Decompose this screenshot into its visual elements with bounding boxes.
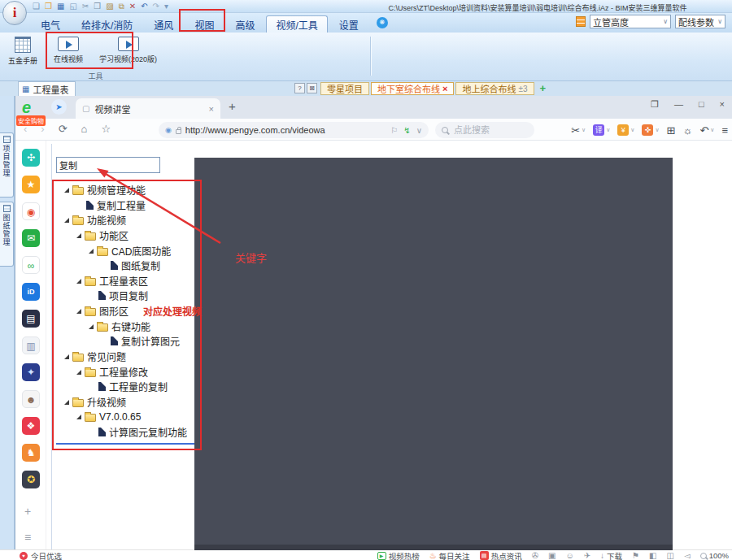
tree-item[interactable]: 图形区对应处理视频 (76, 305, 202, 317)
expand-triangle-icon[interactable] (64, 354, 69, 359)
sidebar-toggle-icon[interactable]: ◫ (667, 551, 674, 560)
browser-search-input[interactable] (452, 124, 521, 136)
dock-tab-0[interactable]: 项目管理 (0, 132, 14, 198)
expand-triangle-icon[interactable] (76, 370, 81, 375)
tree-item[interactable]: 图纸复制 (111, 259, 160, 271)
theme-icon[interactable]: ☼ (682, 124, 692, 137)
ribbon-tab-3[interactable]: 视图 (185, 15, 224, 34)
ribbon-button-0[interactable]: 五金手册 (5, 35, 41, 67)
game-app5-icon[interactable]: ✪ (22, 471, 40, 488)
new-file-icon[interactable]: ❏ (33, 2, 40, 11)
restore-page-icon[interactable]: ↶∨ (699, 124, 714, 137)
tab-close-icon[interactable]: × (209, 104, 214, 114)
tree-item[interactable]: 计算图元复制功能 (98, 426, 187, 438)
save-icon[interactable]: ▦ (57, 2, 64, 11)
speed-mode-icon[interactable]: ↯ (403, 126, 410, 135)
hot-news-item[interactable]: ▤热点资讯 (480, 550, 522, 560)
horizontal-scrollbar[interactable] (194, 545, 673, 550)
popout-icon[interactable]: ❐ (651, 99, 659, 110)
redo-icon[interactable]: ↷ (153, 2, 159, 11)
expand-triangle-icon[interactable] (64, 218, 69, 223)
expand-triangle-icon[interactable] (89, 324, 94, 329)
favorites-app-icon[interactable]: ★ (22, 176, 40, 193)
tree-item[interactable]: 工程量表区 (76, 275, 148, 287)
ribbon-tab-4[interactable]: 高级 (225, 15, 264, 34)
wiring-params-combobox[interactable]: 配线参数 ∨ (675, 15, 725, 28)
tree-item[interactable]: 右键功能 (89, 320, 150, 332)
format-brush-icon[interactable]: ⧉ (119, 2, 124, 11)
browser-tab[interactable]: ▢ 视频讲堂 × (76, 98, 220, 119)
expand-triangle-icon[interactable] (76, 279, 81, 284)
cloud-app-icon[interactable]: ∞ (22, 256, 40, 274)
home-icon[interactable]: ⌂ (81, 123, 88, 135)
expand-triangle-icon[interactable] (64, 400, 69, 405)
game-hall-icon[interactable]: ✣ (22, 149, 40, 167)
browser-search-box[interactable] (435, 122, 534, 138)
expand-triangle-icon[interactable] (76, 415, 81, 419)
ribbon-button-2[interactable]: 学习视频(2020版) (96, 35, 160, 66)
ribbon-tab-0[interactable]: 电气 (31, 15, 70, 34)
collapse-button[interactable]: ⊠ (307, 83, 317, 93)
boost-icon[interactable]: ✈ (584, 551, 590, 560)
close-icon[interactable]: × (720, 99, 725, 110)
game-center-icon[interactable]: ✜∨ (642, 124, 659, 136)
status-left-item[interactable]: ♥ 今日优选 (20, 550, 62, 560)
ribbon-tab-6[interactable]: 设置 (329, 15, 368, 34)
expand-triangle-icon[interactable] (64, 188, 69, 193)
game-app1-icon[interactable]: ✦ (22, 363, 40, 381)
daily-follow-item[interactable]: ♨每日关注 (429, 550, 470, 560)
ribbon-tab-2[interactable]: 通风 (144, 15, 183, 34)
share-icon[interactable]: ◧ (649, 551, 656, 560)
tree-item[interactable]: 工程量修改 (76, 366, 148, 378)
address-bar[interactable]: ◉ http://www.pengye.com.cn/videowa ⚐↯∨ (159, 122, 429, 138)
layers-icon[interactable] (576, 16, 586, 27)
copy-icon[interactable]: ❒ (94, 2, 101, 11)
tree-item[interactable]: 复制计算图元 (111, 335, 180, 347)
favorite-star-icon[interactable]: ☆ (101, 123, 111, 135)
delete-icon[interactable]: ✕ (129, 2, 136, 11)
tree-search-input[interactable] (56, 157, 160, 173)
mail-icon[interactable]: ✉ (22, 229, 40, 247)
translate-icon[interactable]: 译∨ (593, 124, 610, 136)
cut-icon[interactable]: ✂ (82, 2, 89, 11)
paste-icon[interactable]: ▨ (106, 2, 113, 11)
doc-tab-0[interactable]: 零星项目 (320, 82, 369, 95)
tree-item[interactable]: CAD底图功能 (89, 245, 171, 257)
expand-triangle-icon[interactable] (76, 233, 81, 238)
undo-icon[interactable]: ↶ (141, 2, 147, 11)
weibo-icon[interactable]: ◉ (22, 202, 40, 220)
shield-icon[interactable]: ✇ (532, 551, 538, 560)
dock-tab-1[interactable]: 图纸管理 (0, 202, 14, 267)
tree-item[interactable]: 常见问题 (64, 350, 126, 362)
wallet-icon[interactable]: ¥∨ (617, 124, 634, 136)
qat-more-icon[interactable]: ▾ (164, 2, 168, 11)
add-tab-button[interactable]: + (536, 82, 551, 95)
open-file-icon[interactable]: ❐ (45, 2, 52, 11)
app-list-icon[interactable]: ≡ (24, 531, 31, 544)
tree-item[interactable]: 功能区 (76, 229, 129, 241)
assistant-icon[interactable]: ❋ (377, 17, 388, 28)
tree-item[interactable]: 功能视频 (64, 214, 126, 226)
print-preview-icon[interactable]: ◱ (69, 2, 76, 11)
download-item[interactable]: ↓下载 (600, 550, 622, 560)
skin-icon[interactable]: ⚑ (632, 551, 639, 560)
doc-tab-1[interactable]: 地下室综合布线× (371, 82, 454, 95)
maximize-icon[interactable]: □ (699, 99, 704, 110)
game-app2-icon[interactable]: ☻ (22, 390, 40, 408)
zoom-item[interactable]: 100% (700, 551, 729, 560)
video-hot-item[interactable]: ▶视频热榜 (377, 550, 420, 560)
docs-app-icon[interactable]: ▥ (22, 336, 40, 354)
safety-badge[interactable]: 安全购物 (16, 115, 46, 126)
id-app-icon[interactable]: iD (22, 283, 40, 301)
emoji-icon[interactable]: ☺ (565, 551, 573, 560)
ribbon-button-1[interactable]: 在线视频 (50, 35, 86, 66)
game-app4-icon[interactable]: ♞ (22, 444, 40, 462)
capture-icon[interactable]: ▣ (548, 551, 556, 560)
main-menu-icon[interactable]: ≡ (721, 124, 728, 137)
doc-tab-2[interactable]: 地上综合布线±3 (455, 82, 534, 95)
tree-item[interactable]: 升级视频 (64, 396, 126, 408)
tree-item[interactable]: 视频管理功能 (64, 184, 146, 196)
help-button[interactable]: ? (294, 83, 305, 93)
tree-item[interactable]: 工程量的复制 (98, 380, 168, 393)
tree-item[interactable]: 项目复制 (98, 289, 148, 302)
